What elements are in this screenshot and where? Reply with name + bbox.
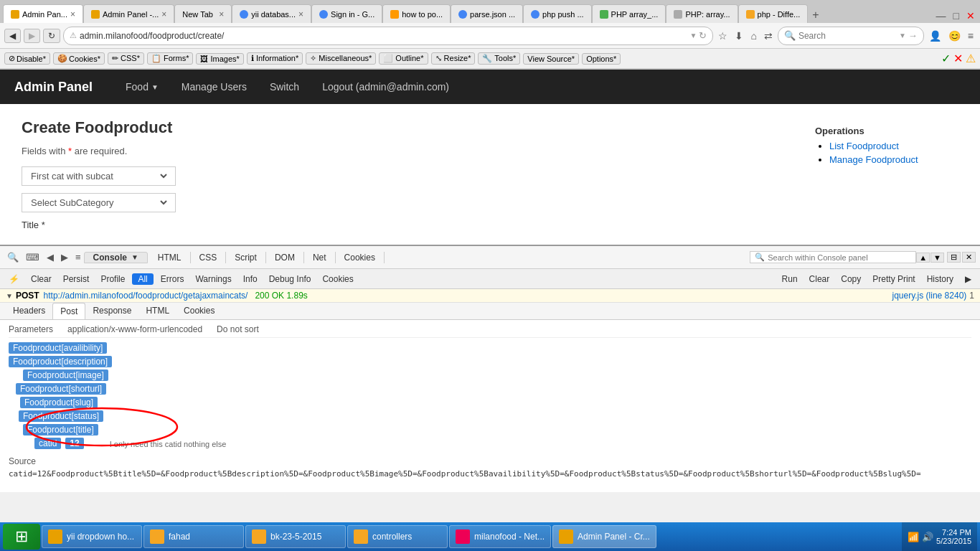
information-button[interactable]: ℹ Information*: [247, 52, 303, 65]
expand-icon[interactable]: ≡: [72, 250, 84, 264]
tools-button[interactable]: 🔧 Tools*: [478, 52, 520, 65]
images-button[interactable]: 🖼 Images*: [196, 53, 243, 65]
all-filter-button[interactable]: All: [132, 273, 153, 285]
address-refresh-icon[interactable]: ↻: [699, 30, 707, 41]
console-search-input[interactable]: [768, 253, 911, 262]
css-button[interactable]: ✏ CSS*: [108, 52, 144, 65]
tab-6[interactable]: how to po...: [382, 4, 451, 23]
tab-close-icon[interactable]: ×: [161, 9, 166, 19]
pretty-print-button[interactable]: Pretty Print: [868, 273, 919, 286]
switch-nav-item[interactable]: Switch: [258, 70, 311, 104]
tab-cookies-detail[interactable]: Cookies: [176, 303, 222, 319]
subcategory-dropdown[interactable]: Select SubCategory: [22, 193, 176, 212]
user-icon[interactable]: 👤: [927, 29, 943, 43]
tab-7[interactable]: parse.json ...: [451, 4, 523, 23]
bookmark-icon[interactable]: ☆: [716, 29, 730, 43]
profile-button[interactable]: Profile: [96, 273, 129, 286]
tab-3[interactable]: New Tab ×: [174, 4, 232, 23]
resize-button[interactable]: ⤡ Resize*: [431, 52, 476, 65]
tab-css[interactable]: CSS: [191, 252, 227, 263]
outline-button[interactable]: ⬜ Outline*: [379, 52, 428, 65]
search-down-button[interactable]: ▼: [930, 253, 944, 263]
close-panel-button[interactable]: ✕: [962, 252, 976, 263]
tab-close-icon[interactable]: ×: [298, 9, 303, 19]
first-cat-select[interactable]: First cat with subcat: [28, 170, 169, 182]
tab-console[interactable]: Console ▼: [84, 252, 148, 263]
tab-close-icon[interactable]: ×: [70, 9, 75, 19]
prev-icon[interactable]: ◀: [44, 250, 57, 264]
tab-script[interactable]: Script: [226, 252, 266, 263]
search-up-button[interactable]: ▲: [916, 253, 930, 263]
minimize-button[interactable]: —: [934, 9, 948, 23]
debug-info-filter-button[interactable]: Debug Info: [265, 273, 316, 286]
tab-8[interactable]: php push ...: [523, 4, 592, 23]
sync-icon[interactable]: ⇄: [762, 29, 775, 43]
first-cat-dropdown[interactable]: First cat with subcat: [22, 166, 176, 186]
console-icon[interactable]: ⌨: [23, 250, 42, 264]
tab-11[interactable]: php - Diffe...: [738, 4, 809, 23]
tab-headers[interactable]: Headers: [6, 303, 52, 319]
new-tab-button[interactable]: +: [808, 7, 823, 23]
forward-button[interactable]: ▶: [24, 29, 40, 43]
persist-button[interactable]: Persist: [59, 273, 94, 286]
tab-2[interactable]: Admin Panel -... ×: [83, 4, 174, 23]
home-icon[interactable]: ⌂: [748, 29, 758, 43]
search-input[interactable]: [798, 31, 899, 41]
tab-close-icon[interactable]: ×: [219, 9, 224, 19]
person-icon[interactable]: 😊: [946, 29, 963, 43]
search-go-icon[interactable]: →: [908, 30, 918, 41]
food-nav-item[interactable]: Food ▼: [114, 70, 170, 104]
clear-button[interactable]: Clear: [27, 273, 56, 286]
subcategory-select[interactable]: Select SubCategory: [28, 197, 169, 209]
tab-9[interactable]: PHP array_...: [592, 4, 666, 23]
cookies-filter-button[interactable]: Cookies: [318, 273, 357, 286]
address-input[interactable]: [80, 31, 690, 41]
errors-filter-button[interactable]: Errors: [156, 273, 189, 286]
miscellaneous-button[interactable]: ✧ Miscellaneous*: [306, 52, 376, 65]
refresh-button[interactable]: ↻: [43, 29, 60, 43]
post-request-row[interactable]: ▼ POST http://admin.milanofood/foodprodu…: [0, 289, 980, 303]
tab-cookies[interactable]: Cookies: [336, 252, 385, 263]
tab-html[interactable]: HTML: [149, 252, 191, 263]
view-source-button[interactable]: View Source*: [523, 53, 579, 65]
inspect-icon[interactable]: 🔍: [4, 250, 22, 264]
search-bar[interactable]: 🔍 ▼ →: [778, 27, 924, 45]
maximize-button[interactable]: □: [951, 9, 961, 23]
tab-4[interactable]: yii databas... ×: [232, 4, 311, 23]
copy-button[interactable]: Copy: [837, 273, 865, 286]
clear-right-button[interactable]: Clear: [805, 273, 834, 286]
forms-button[interactable]: 📋 Forms*: [147, 52, 194, 65]
tab-10[interactable]: PHP: array...: [666, 4, 738, 23]
address-bar[interactable]: ⚠ ▼ ↻: [63, 27, 713, 45]
download-icon[interactable]: ⬇: [732, 29, 745, 43]
tab-post[interactable]: Post: [52, 303, 85, 319]
options-button[interactable]: Options*: [582, 53, 621, 65]
warnings-filter-button[interactable]: Warnings: [191, 273, 235, 286]
close-button[interactable]: ✕: [964, 9, 977, 23]
history-button[interactable]: History: [923, 273, 958, 286]
tab-dom[interactable]: DOM: [266, 252, 304, 263]
detach-button[interactable]: ⊟: [947, 252, 961, 263]
info-filter-button[interactable]: Info: [239, 273, 262, 286]
expand-right-icon[interactable]: ▶: [961, 273, 976, 286]
search-box[interactable]: 🔍: [750, 251, 916, 263]
tab-html-detail[interactable]: HTML: [138, 303, 176, 319]
tab-net[interactable]: Net: [304, 252, 336, 263]
address-dropdown-icon[interactable]: ▼: [690, 32, 697, 39]
line-reference[interactable]: jquery.js (line 8240): [892, 291, 966, 301]
menu-icon[interactable]: ≡: [966, 29, 976, 43]
disable-button[interactable]: ⊘ Disable*: [4, 52, 50, 65]
run-button[interactable]: Run: [778, 273, 802, 286]
logout-nav-item[interactable]: Logout (admin@admin.com): [311, 70, 461, 104]
tab-5[interactable]: Sign in - G...: [311, 4, 382, 23]
search-dropdown-icon[interactable]: ▼: [899, 32, 906, 39]
console-icon-btn[interactable]: ⚡: [4, 273, 24, 286]
back-button[interactable]: ◀: [4, 29, 21, 43]
manage-users-nav-item[interactable]: Manage Users: [170, 70, 258, 104]
tab-active[interactable]: Admin Pan... ×: [3, 4, 83, 23]
next-icon[interactable]: ▶: [58, 250, 71, 264]
console-dropdown-icon[interactable]: ▼: [131, 253, 138, 261]
list-foodproduct-link[interactable]: List Foodproduct: [829, 141, 899, 151]
manage-foodproduct-link[interactable]: Manage Foodproduct: [829, 154, 918, 165]
cookies-button[interactable]: 🍪 Cookies*: [53, 52, 105, 65]
